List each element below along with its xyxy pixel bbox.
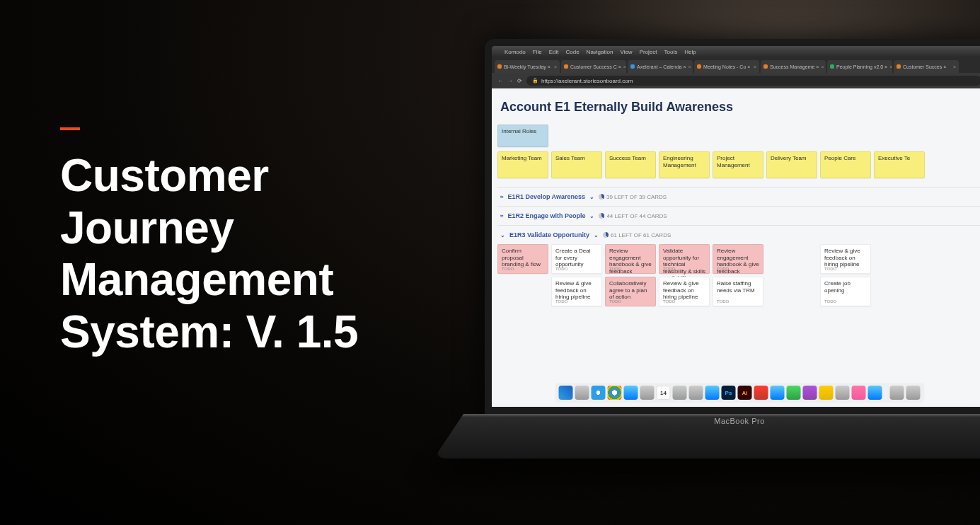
app-icon[interactable]	[836, 386, 850, 400]
task-card[interactable]: Review & give feedback on hiring pipelin…	[820, 244, 871, 274]
team-card[interactable]: People Care	[820, 151, 871, 178]
task-column: Create a Deal for every opportunityTODO	[551, 244, 602, 274]
section-count: 44 LEFT OF 44 CARDS	[599, 213, 667, 219]
close-icon[interactable]: ×	[889, 64, 892, 69]
team-row: Marketing Team Sales Team Success Team E…	[497, 151, 980, 178]
team-card[interactable]: Sales Team	[551, 151, 602, 178]
address-bar[interactable]: 🔒 https://axelerant.storiesonboard.com	[526, 76, 980, 86]
illustrator-icon[interactable]: Ai	[738, 386, 752, 400]
photos-icon[interactable]	[705, 386, 720, 400]
task-card[interactable]: Review engagement handbook & give feedba…	[713, 244, 763, 274]
progress-icon	[603, 232, 609, 238]
task-column: Review engagement handbook & give feedba…	[605, 244, 656, 274]
tab-label: Axelerant – Calenda ×	[637, 64, 686, 69]
menu-help[interactable]: Help	[684, 49, 696, 55]
reminders-icon[interactable]	[689, 386, 703, 400]
mail-icon[interactable]	[624, 386, 638, 400]
task-column: Review & give feedback on hiring pipelin…	[820, 244, 871, 274]
facetime-icon[interactable]	[787, 386, 801, 400]
browser-tab[interactable]: Customer Success C ××	[561, 60, 626, 73]
tab-label: Meeting Notes - Co ×	[703, 64, 750, 69]
close-icon[interactable]: ×	[754, 64, 756, 69]
task-card[interactable]: Review engagement handbook & give feedba…	[605, 244, 656, 274]
launchpad-icon[interactable]	[575, 386, 589, 400]
task-card[interactable]: Create job openingTODO	[820, 277, 871, 306]
dock-separator	[886, 386, 887, 399]
team-card[interactable]: Marketing Team	[497, 151, 548, 178]
browser-tab[interactable]: People Planning v2.0 ××	[827, 60, 892, 73]
tab-favicon-icon	[497, 64, 502, 69]
task-column: Create job openingTODO	[820, 277, 871, 306]
browser-tab[interactable]: Axelerant – Calenda ××	[628, 60, 693, 73]
close-icon[interactable]: ×	[623, 64, 626, 69]
task-card[interactable]: Review & give feedback on hiring pipelin…	[551, 277, 602, 306]
team-card[interactable]: Success Team	[605, 151, 656, 178]
section-header[interactable]: ≈ E1R2 Engage with People ⌄ 44 LEFT OF 4…	[497, 206, 980, 225]
task-status: TODO	[717, 267, 729, 272]
downloads-icon[interactable]	[890, 386, 904, 400]
tab-favicon-icon	[564, 64, 568, 69]
team-card[interactable]: Delivery Team	[766, 151, 817, 178]
lock-icon: 🔒	[532, 78, 538, 83]
task-status: TODO	[824, 299, 836, 304]
chevron-down-icon: ⌄	[589, 194, 594, 200]
task-card[interactable]: Create a Deal for every opportunityTODO	[551, 244, 602, 274]
storiesonboard-app: Account E1 Eternally Build Awareness Int…	[492, 88, 980, 407]
task-status: TODO	[663, 299, 675, 304]
reload-button[interactable]: ⟳	[517, 78, 522, 84]
app-icon[interactable]	[754, 386, 768, 400]
section-name: E1R2 Engage with People	[507, 212, 585, 219]
forward-button[interactable]: →	[507, 78, 513, 84]
task-card[interactable]: Raise staffing needs via TRMTODO	[713, 277, 763, 306]
browser-tab[interactable]: Meeting Notes - Co ××	[694, 60, 759, 73]
close-icon[interactable]: ×	[953, 64, 956, 69]
role-card[interactable]: Internal Roles	[497, 125, 548, 147]
close-icon[interactable]: ×	[554, 64, 557, 69]
task-card[interactable]: Validate opportunity for technical feasi…	[659, 244, 710, 274]
task-card[interactable]: Collaboratively agree to a plan of actio…	[605, 277, 656, 306]
app-icon[interactable]	[803, 386, 817, 400]
section-header[interactable]: ≈ E1R1 Develop Awareness ⌄ 39 LEFT OF 39…	[497, 187, 980, 206]
collapse-icon: ≈	[500, 213, 503, 219]
team-card[interactable]: Executive Te	[874, 151, 925, 178]
task-card[interactable]: Review & give feedback on hiring pipelin…	[659, 277, 710, 306]
back-button[interactable]: ←	[497, 78, 503, 84]
trash-icon[interactable]	[906, 386, 921, 400]
appstore-icon[interactable]	[868, 386, 882, 400]
safari-icon[interactable]	[592, 386, 606, 400]
browser-tab[interactable]: Bi-Weekly Tuesday ××	[495, 60, 560, 73]
contacts-icon[interactable]	[640, 386, 655, 400]
chrome-icon[interactable]	[608, 386, 622, 400]
close-icon[interactable]: ×	[821, 64, 824, 69]
task-card[interactable]: Confirm proposal branding & flowTODO	[497, 244, 548, 274]
close-icon[interactable]: ×	[688, 64, 691, 69]
menu-edit[interactable]: Edit	[549, 49, 559, 55]
section-header[interactable]: ⌄ E1R3 Validate Opportunity ⌄ 61 LEFT OF…	[497, 225, 980, 244]
menu-navigation[interactable]: Navigation	[587, 49, 613, 55]
calendar-icon[interactable]: 14	[657, 386, 671, 400]
menu-view[interactable]: View	[620, 49, 632, 55]
task-status: TODO	[824, 267, 836, 272]
browser-tab[interactable]: Success Manageme ××	[761, 60, 826, 73]
menu-code[interactable]: Code	[565, 49, 579, 55]
progress-icon	[599, 213, 604, 219]
app-icon[interactable]	[819, 386, 834, 400]
team-card[interactable]: Project Management	[713, 151, 763, 178]
section-count: 39 LEFT OF 39 CARDS	[599, 194, 667, 200]
tab-label: Success Manageme ×	[770, 64, 819, 69]
music-icon[interactable]	[852, 386, 866, 400]
menu-project[interactable]: Project	[640, 49, 657, 55]
expand-icon: ⌄	[500, 232, 505, 238]
photoshop-icon[interactable]: Ps	[722, 386, 736, 400]
mac-menubar: Komodo File Edit Code Navigation View Pr…	[492, 46, 980, 57]
finder-icon[interactable]	[559, 386, 573, 400]
team-card[interactable]: Engineering Management	[659, 151, 710, 178]
notes-icon[interactable]	[673, 386, 687, 400]
menu-app[interactable]: Komodo	[505, 49, 526, 55]
url-text: https://axelerant.storiesonboard.com	[541, 78, 633, 84]
mac-dock: 14 Ps Ai	[555, 383, 925, 403]
messages-icon[interactable]	[771, 386, 785, 400]
menu-tools[interactable]: Tools	[664, 49, 678, 55]
browser-tab[interactable]: Customer Succes ××	[894, 60, 959, 73]
menu-file[interactable]: File	[533, 49, 542, 55]
